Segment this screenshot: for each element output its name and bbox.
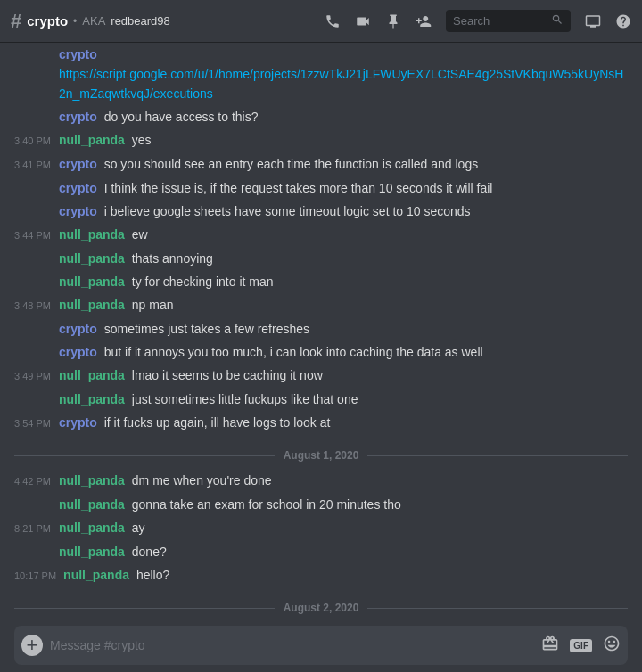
timestamp: 3:49 PM xyxy=(14,365,59,386)
top-bar-actions: Search xyxy=(325,10,631,32)
sender-name: null_panda xyxy=(59,298,125,312)
message-content: null_panda thats annoying xyxy=(59,249,628,268)
message-group: crypto i believe google sheets have some… xyxy=(0,200,642,223)
message-group: null_panda gonna take an exam for school… xyxy=(0,493,642,516)
timestamp xyxy=(14,342,59,362)
timestamp xyxy=(14,389,59,409)
timestamp: 3:41 PM xyxy=(14,154,59,175)
add-user-button[interactable] xyxy=(416,13,432,29)
date-label: August 1, 2020 xyxy=(284,449,359,462)
top-bar: # crypto • AKA redbeard98 Search xyxy=(0,0,642,43)
sender-name: crypto xyxy=(59,415,97,430)
message-link[interactable]: https://script.google.com/u/1/home/proje… xyxy=(59,67,623,101)
message-content: crypto I think the issue is, if the requ… xyxy=(59,178,628,198)
message-content: crypto so you should see an entry each t… xyxy=(59,154,628,175)
message-input[interactable] xyxy=(50,638,541,652)
date-label: August 2, 2020 xyxy=(284,602,359,614)
search-icon xyxy=(551,13,564,29)
help-button[interactable] xyxy=(615,13,631,29)
channel-hash-icon: # xyxy=(11,10,21,33)
channel-dot: • xyxy=(73,15,77,28)
date-divider: August 2, 2020 xyxy=(0,587,642,619)
sender-name: null_panda xyxy=(59,520,125,535)
message-content: crypto i believe google sheets have some… xyxy=(59,201,628,221)
message-content: null_panda yes xyxy=(59,130,628,151)
message-group: null_panda thats annoying xyxy=(0,247,642,270)
sender-name: crypto xyxy=(59,157,97,171)
timestamp: 4:42 PM xyxy=(14,471,59,491)
message-text: lmao it seems to be caching it now xyxy=(132,368,323,382)
input-inner: + GIF xyxy=(14,626,628,665)
message-text: I think the issue is, if the request tak… xyxy=(104,181,493,195)
search-box[interactable]: Search xyxy=(446,10,571,32)
sender-name: crypto xyxy=(59,47,97,61)
sender-name: null_panda xyxy=(59,275,125,289)
message-group: 3:48 PM null_panda np man xyxy=(0,293,642,317)
aka-label: AKA xyxy=(82,14,105,28)
message-content: crypto do you have access to this? xyxy=(59,107,628,127)
messages-area: crypto https://script.google.com/u/1/hom… xyxy=(0,43,642,619)
message-group: crypto sometimes just takes a few refres… xyxy=(0,317,642,340)
message-group: crypto but if it annoys you too much, i … xyxy=(0,340,642,364)
message-content: crypto but if it annoys you too much, i … xyxy=(59,342,628,362)
timestamp xyxy=(14,542,59,561)
message-text: sometimes just takes a few refreshes xyxy=(104,322,309,336)
video-button[interactable] xyxy=(355,13,371,29)
message-text: but if it annoys you too much, i can loo… xyxy=(104,345,483,359)
timestamp xyxy=(14,201,59,221)
sender-name: null_panda xyxy=(59,133,125,147)
sender-name: null_panda xyxy=(59,227,125,242)
message-group: 3:44 PM null_panda ew xyxy=(0,223,642,247)
sender-name: null_panda xyxy=(59,473,125,488)
call-button[interactable] xyxy=(325,13,341,29)
monitor-button[interactable] xyxy=(585,13,601,29)
pin-button[interactable] xyxy=(385,13,401,29)
message-content: null_panda dm me when you're done xyxy=(59,471,628,491)
message-group: 8:21 PM null_panda ay xyxy=(0,516,642,540)
sender-name: crypto xyxy=(59,181,97,195)
gif-button[interactable]: GIF xyxy=(570,639,592,652)
message-group: crypto https://script.google.com/u/1/hom… xyxy=(0,43,642,105)
message-text: https://script.google.com/u/1/home/proje… xyxy=(59,67,623,101)
input-actions: GIF xyxy=(541,635,621,657)
sender-name: null_panda xyxy=(59,497,125,512)
message-group: 3:54 PM crypto if it fucks up again, ill… xyxy=(0,411,642,435)
message-group: null_panda just sometimes little fuckups… xyxy=(0,388,642,411)
message-content: crypto if it fucks up again, ill have lo… xyxy=(59,413,628,433)
timestamp xyxy=(14,319,59,339)
timestamp xyxy=(14,249,59,268)
message-group: null_panda done? xyxy=(0,540,642,563)
message-text: i believe google sheets have some timeou… xyxy=(104,204,471,218)
sender-name: null_panda xyxy=(59,392,125,406)
message-text: just sometimes little fuckups like that … xyxy=(132,392,358,406)
gift-icon[interactable] xyxy=(541,635,559,657)
sender-name: crypto xyxy=(59,204,97,218)
sender-name: null_panda xyxy=(59,545,125,559)
sender-name: null_panda xyxy=(59,368,125,382)
timestamp: 8:21 PM xyxy=(14,518,59,538)
timestamp: 3:40 PM xyxy=(14,130,59,151)
timestamp xyxy=(14,107,59,127)
channel-name: crypto xyxy=(27,13,68,29)
message-group: 10:17 PM null_panda hello? xyxy=(0,563,642,587)
timestamp: 3:54 PM xyxy=(14,413,59,433)
message-group: 3:40 PM null_panda yes xyxy=(0,128,642,152)
message-group: 3:49 PM null_panda lmao it seems to be c… xyxy=(0,364,642,388)
message-content: null_panda gonna take an exam for school… xyxy=(59,495,628,514)
add-attachment-button[interactable]: + xyxy=(21,635,43,656)
message-text: np man xyxy=(132,298,174,312)
message-content: null_panda lmao it seems to be caching i… xyxy=(59,365,628,386)
sender-name: null_panda xyxy=(63,568,129,582)
sender-name: crypto xyxy=(59,110,97,124)
message-content: null_panda ew xyxy=(59,225,628,245)
timestamp: 3:44 PM xyxy=(14,225,59,245)
emoji-button[interactable] xyxy=(603,635,621,657)
message-content: null_panda ay xyxy=(59,518,628,538)
sender-name: crypto xyxy=(59,322,97,336)
message-text: ty for checking into it man xyxy=(132,275,274,289)
timestamp xyxy=(14,178,59,198)
message-text: gonna take an exam for school in 20 minu… xyxy=(132,497,401,512)
message-text: hello? xyxy=(136,568,169,582)
message-content: null_panda hello? xyxy=(63,565,628,586)
message-content: crypto https://script.google.com/u/1/hom… xyxy=(59,45,628,103)
